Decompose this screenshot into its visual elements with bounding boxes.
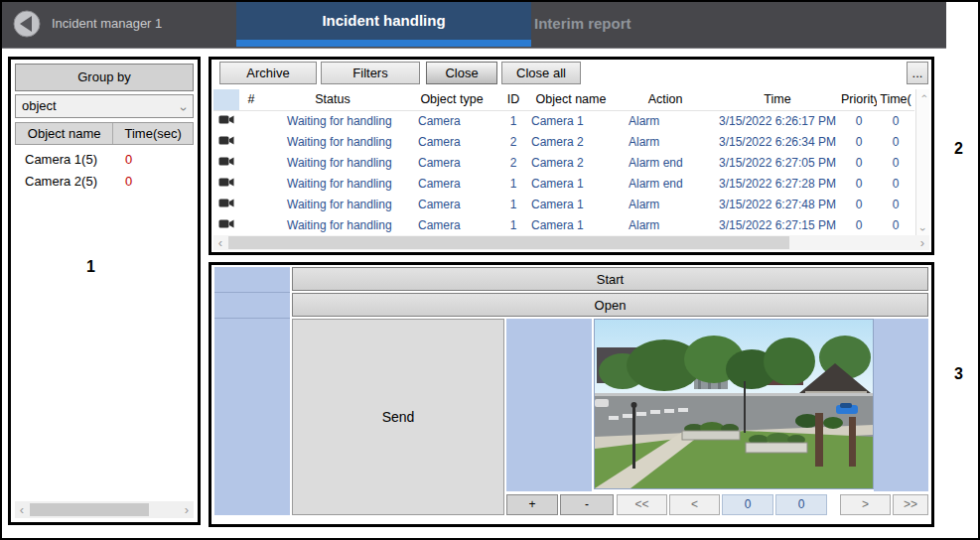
incident-table-horizontal-scrollbar[interactable]: ‹ ›	[213, 235, 929, 250]
last-frame-button[interactable]: >>	[893, 494, 928, 515]
incident-handling-panel: Start Open Send	[209, 262, 934, 527]
cell-object-type: Camera	[402, 111, 501, 132]
filters-button[interactable]: Filters	[321, 62, 420, 84]
cell-time: 3/15/2022 6:27:28 PM	[714, 174, 841, 195]
annotation-1: 1	[86, 258, 95, 276]
cell-time2: 0	[877, 153, 914, 174]
camera-icon	[213, 153, 239, 174]
cell-time: 3/15/2022 6:27:48 PM	[714, 195, 841, 215]
cell-action: Alarm	[617, 132, 714, 153]
cell-priority: 0	[841, 132, 877, 153]
incident-row[interactable]: Waiting for handling Camera 1 Camera 1 A…	[213, 111, 914, 132]
cell-id: 2	[501, 132, 525, 153]
column-status[interactable]: Status	[263, 89, 402, 110]
group-row[interactable]: Camera 2(5) 0	[15, 170, 194, 192]
annotation-2: 2	[954, 140, 963, 158]
cell-object-type: Camera	[402, 132, 501, 153]
incident-table: # Status Object type ID Object name Acti…	[213, 89, 914, 236]
incident-row[interactable]: Waiting for handling Camera 2 Camera 2 A…	[213, 153, 914, 174]
column-time[interactable]: Time	[714, 89, 841, 110]
column-time-sec[interactable]: Time(sec)	[112, 123, 193, 144]
scroll-left-icon[interactable]: ‹	[15, 501, 29, 518]
cell-time: 3/15/2022 6:26:17 PM	[714, 111, 841, 132]
column-object-type[interactable]: Object type	[402, 89, 501, 110]
next-frame-button[interactable]: >	[840, 494, 891, 515]
incident-row[interactable]: Waiting for handling Camera 1 Camera 1 A…	[213, 215, 914, 236]
spacer-blue-cell	[506, 319, 592, 491]
incident-row[interactable]: Waiting for handling Camera 1 Camera 1 A…	[213, 174, 914, 195]
cell-object-type: Camera	[402, 174, 501, 195]
incident-row[interactable]: Waiting for handling Camera 1 Camera 1 A…	[213, 195, 914, 215]
column-number[interactable]: #	[239, 89, 263, 110]
chevron-down-icon: ›	[173, 107, 195, 111]
group-panel-horizontal-scrollbar[interactable]: ‹ ›	[15, 501, 194, 518]
cell-time: 3/15/2022 6:27:15 PM	[714, 215, 841, 236]
scrollbar-thumb[interactable]	[228, 236, 789, 249]
cell-object-type: Camera	[402, 215, 501, 236]
column-object-name[interactable]: Object name	[525, 89, 617, 110]
cell-time2: 0	[877, 215, 914, 236]
send-button[interactable]: Send	[292, 319, 504, 515]
cell-id: 1	[501, 174, 525, 195]
cell-object-type: Camera	[402, 195, 501, 215]
title-bar: Incident manager 1 Incident handling Int…	[0, 0, 946, 49]
scrollbar-thumb[interactable]	[30, 503, 149, 516]
group-object-name: Camera 1(5)	[15, 152, 113, 167]
camera-video-frame[interactable]	[594, 319, 874, 489]
tab-interim-report[interactable]: Interim report	[534, 0, 653, 47]
start-button[interactable]: Start	[292, 267, 928, 291]
scroll-right-icon[interactable]: ›	[180, 501, 194, 518]
scroll-down-icon[interactable]: ›	[917, 223, 929, 236]
incident-list-panel: Archive Filters Close Close all ... # St…	[209, 57, 934, 255]
cell-object-name: Camera 2	[525, 153, 617, 174]
scroll-left-icon[interactable]: ‹	[213, 235, 227, 250]
cell-status: Waiting for handling	[263, 195, 402, 215]
first-frame-button[interactable]: <<	[617, 494, 667, 515]
group-by-dropdown[interactable]: object ›	[15, 94, 194, 118]
more-options-button[interactable]: ...	[907, 62, 928, 84]
open-button[interactable]: Open	[292, 293, 928, 317]
column-object-name[interactable]: Object name	[16, 123, 112, 144]
column-id[interactable]: ID	[501, 89, 525, 110]
group-time-value: 0	[113, 174, 194, 189]
cell-object-name: Camera 1	[525, 215, 617, 236]
cell-id: 1	[501, 215, 525, 236]
close-button[interactable]: Close	[426, 62, 497, 84]
scroll-right-icon[interactable]: ›	[915, 235, 929, 250]
column-icon[interactable]	[213, 89, 239, 110]
cell-time2: 0	[877, 195, 914, 215]
incident-table-vertical-scrollbar[interactable]: › ›	[915, 89, 929, 236]
cell-id: 1	[501, 195, 525, 215]
group-object-name: Camera 2(5)	[15, 174, 113, 189]
zoom-out-button[interactable]: -	[560, 494, 614, 515]
previous-frame-button[interactable]: <	[669, 494, 720, 515]
cell-time: 3/15/2022 6:26:34 PM	[714, 132, 841, 153]
spacer-blue-cell	[874, 319, 928, 491]
cell-id: 2	[501, 153, 525, 174]
row-divider	[214, 292, 290, 293]
camera-icon	[213, 111, 239, 132]
column-action[interactable]: Action	[617, 89, 714, 110]
cell-status: Waiting for handling	[263, 153, 402, 174]
camera-icon	[213, 174, 239, 195]
column-time-cut[interactable]: Time(	[877, 89, 914, 110]
app-title: Incident manager 1	[52, 16, 162, 31]
side-blue-column	[214, 267, 290, 515]
group-row[interactable]: Camera 1(5) 0	[15, 148, 194, 170]
cell-time: 3/15/2022 6:27:05 PM	[714, 153, 841, 174]
counter-value-2: 0	[775, 494, 827, 515]
active-tab-underline	[236, 40, 531, 47]
cell-action: Alarm	[617, 195, 714, 215]
scroll-up-icon[interactable]: ›	[917, 90, 929, 103]
close-all-button[interactable]: Close all	[501, 62, 581, 84]
cell-status: Waiting for handling	[263, 215, 402, 236]
tab-incident-handling[interactable]: Incident handling	[236, 0, 531, 40]
column-priority[interactable]: Priority	[841, 89, 877, 110]
cell-status: Waiting for handling	[263, 111, 402, 132]
incident-table-header: # Status Object type ID Object name Acti…	[213, 89, 914, 111]
archive-button[interactable]: Archive	[219, 62, 317, 84]
counter-value-1: 0	[722, 494, 773, 515]
zoom-in-button[interactable]: +	[506, 494, 558, 515]
incident-row[interactable]: Waiting for handling Camera 2 Camera 2 A…	[213, 132, 914, 153]
cell-id: 1	[501, 111, 525, 132]
